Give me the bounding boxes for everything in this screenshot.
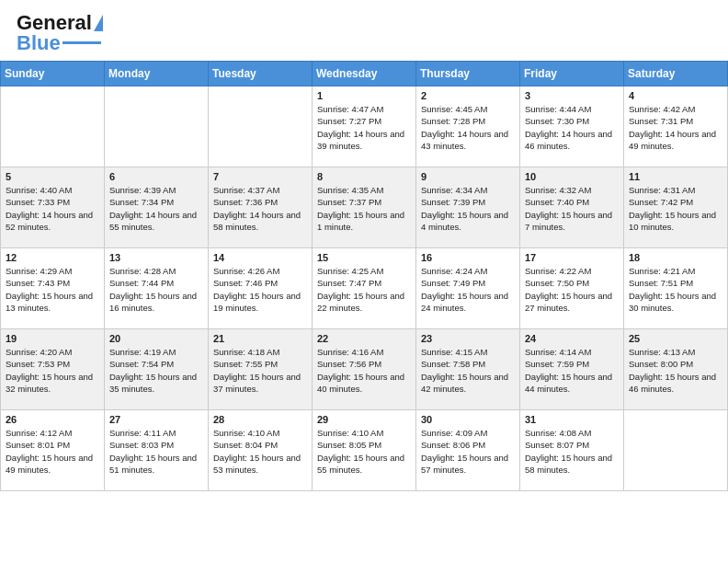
day-number: 6 [109,171,203,182]
calendar-cell: 6Sunrise: 4:39 AMSunset: 7:34 PMDaylight… [105,167,209,248]
calendar-cell: 20Sunrise: 4:19 AMSunset: 7:54 PMDayligh… [105,329,209,410]
calendar-cell: 16Sunrise: 4:24 AMSunset: 7:49 PMDayligh… [416,248,520,329]
day-info: Sunrise: 4:24 AMSunset: 7:49 PMDaylight:… [421,265,515,314]
calendar-week-row: 5Sunrise: 4:40 AMSunset: 7:33 PMDaylight… [1,167,728,248]
calendar-header-row: SundayMondayTuesdayWednesdayThursdayFrid… [1,62,728,86]
day-info: Sunrise: 4:10 AMSunset: 8:05 PMDaylight:… [317,427,411,476]
day-info: Sunrise: 4:40 AMSunset: 7:33 PMDaylight:… [6,184,99,233]
weekday-header: Wednesday [313,62,416,86]
calendar-cell: 17Sunrise: 4:22 AMSunset: 7:50 PMDayligh… [520,248,624,329]
day-info: Sunrise: 4:37 AMSunset: 7:36 PMDaylight:… [213,184,307,233]
day-number: 23 [421,333,515,344]
day-info: Sunrise: 4:45 AMSunset: 7:28 PMDaylight:… [421,103,515,152]
day-info: Sunrise: 4:08 AMSunset: 8:07 PMDaylight:… [525,427,619,476]
page-header: General Blue [0,0,728,61]
calendar-cell: 28Sunrise: 4:10 AMSunset: 8:04 PMDayligh… [209,410,313,491]
day-number: 26 [6,414,99,425]
day-info: Sunrise: 4:47 AMSunset: 7:27 PMDaylight:… [317,103,411,152]
day-info: Sunrise: 4:12 AMSunset: 8:01 PMDaylight:… [6,427,99,476]
day-number: 29 [317,414,411,425]
day-number: 7 [213,171,307,182]
day-number: 13 [109,252,203,263]
day-info: Sunrise: 4:09 AMSunset: 8:06 PMDaylight:… [421,427,515,476]
day-info: Sunrise: 4:29 AMSunset: 7:43 PMDaylight:… [6,265,99,314]
weekday-header: Friday [520,62,624,86]
day-number: 8 [317,171,411,182]
day-number: 20 [109,333,203,344]
calendar-cell: 21Sunrise: 4:18 AMSunset: 7:55 PMDayligh… [209,329,313,410]
day-number: 10 [525,171,619,182]
day-number: 22 [317,333,411,344]
calendar-cell: 27Sunrise: 4:11 AMSunset: 8:03 PMDayligh… [105,410,209,491]
day-number: 15 [317,252,411,263]
calendar-cell: 8Sunrise: 4:35 AMSunset: 7:37 PMDaylight… [313,167,416,248]
day-info: Sunrise: 4:32 AMSunset: 7:40 PMDaylight:… [525,184,619,233]
day-number: 18 [629,252,722,263]
logo-general: General [17,11,92,35]
calendar-week-row: 12Sunrise: 4:29 AMSunset: 7:43 PMDayligh… [1,248,728,329]
weekday-header: Saturday [624,62,728,86]
calendar-table: SundayMondayTuesdayWednesdayThursdayFrid… [0,61,728,491]
day-info: Sunrise: 4:28 AMSunset: 7:44 PMDaylight:… [109,265,203,314]
calendar-cell: 19Sunrise: 4:20 AMSunset: 7:53 PMDayligh… [1,329,105,410]
weekday-header: Tuesday [209,62,313,86]
day-number: 12 [6,252,99,263]
day-info: Sunrise: 4:14 AMSunset: 7:59 PMDaylight:… [525,346,619,395]
day-number: 28 [213,414,307,425]
calendar-cell [105,86,209,167]
calendar-cell: 9Sunrise: 4:34 AMSunset: 7:39 PMDaylight… [416,167,520,248]
day-info: Sunrise: 4:31 AMSunset: 7:42 PMDaylight:… [629,184,722,233]
day-info: Sunrise: 4:25 AMSunset: 7:47 PMDaylight:… [317,265,411,314]
weekday-header: Thursday [416,62,520,86]
day-info: Sunrise: 4:18 AMSunset: 7:55 PMDaylight:… [213,346,307,395]
day-number: 11 [629,171,722,182]
calendar-cell: 23Sunrise: 4:15 AMSunset: 7:58 PMDayligh… [416,329,520,410]
day-number: 2 [421,90,515,101]
calendar-week-row: 19Sunrise: 4:20 AMSunset: 7:53 PMDayligh… [1,329,728,410]
day-info: Sunrise: 4:11 AMSunset: 8:03 PMDaylight:… [109,427,203,476]
day-number: 3 [525,90,619,101]
day-number: 27 [109,414,203,425]
calendar-cell: 15Sunrise: 4:25 AMSunset: 7:47 PMDayligh… [313,248,416,329]
day-info: Sunrise: 4:15 AMSunset: 7:58 PMDaylight:… [421,346,515,395]
calendar-cell [624,410,728,491]
day-number: 21 [213,333,307,344]
day-info: Sunrise: 4:39 AMSunset: 7:34 PMDaylight:… [109,184,203,233]
calendar-cell: 22Sunrise: 4:16 AMSunset: 7:56 PMDayligh… [313,329,416,410]
day-number: 14 [213,252,307,263]
day-number: 1 [317,90,411,101]
weekday-header: Sunday [1,62,105,86]
day-info: Sunrise: 4:21 AMSunset: 7:51 PMDaylight:… [629,265,722,314]
day-number: 19 [6,333,99,344]
day-info: Sunrise: 4:16 AMSunset: 7:56 PMDaylight:… [317,346,411,395]
day-info: Sunrise: 4:35 AMSunset: 7:37 PMDaylight:… [317,184,411,233]
calendar-cell: 10Sunrise: 4:32 AMSunset: 7:40 PMDayligh… [520,167,624,248]
day-number: 31 [525,414,619,425]
day-info: Sunrise: 4:44 AMSunset: 7:30 PMDaylight:… [525,103,619,152]
calendar-cell: 12Sunrise: 4:29 AMSunset: 7:43 PMDayligh… [1,248,105,329]
calendar-cell: 11Sunrise: 4:31 AMSunset: 7:42 PMDayligh… [624,167,728,248]
calendar-cell: 24Sunrise: 4:14 AMSunset: 7:59 PMDayligh… [520,329,624,410]
calendar-cell: 2Sunrise: 4:45 AMSunset: 7:28 PMDaylight… [416,86,520,167]
calendar-cell: 3Sunrise: 4:44 AMSunset: 7:30 PMDaylight… [520,86,624,167]
day-number: 17 [525,252,619,263]
day-number: 24 [525,333,619,344]
day-number: 30 [421,414,515,425]
calendar-cell: 1Sunrise: 4:47 AMSunset: 7:27 PMDaylight… [313,86,416,167]
day-number: 9 [421,171,515,182]
calendar-cell: 31Sunrise: 4:08 AMSunset: 8:07 PMDayligh… [520,410,624,491]
day-info: Sunrise: 4:19 AMSunset: 7:54 PMDaylight:… [109,346,203,395]
calendar-cell [209,86,313,167]
calendar-cell: 5Sunrise: 4:40 AMSunset: 7:33 PMDaylight… [1,167,105,248]
day-info: Sunrise: 4:22 AMSunset: 7:50 PMDaylight:… [525,265,619,314]
calendar-cell: 7Sunrise: 4:37 AMSunset: 7:36 PMDaylight… [209,167,313,248]
calendar-cell: 30Sunrise: 4:09 AMSunset: 8:06 PMDayligh… [416,410,520,491]
day-number: 4 [629,90,722,101]
day-info: Sunrise: 4:42 AMSunset: 7:31 PMDaylight:… [629,103,722,152]
calendar-cell: 14Sunrise: 4:26 AMSunset: 7:46 PMDayligh… [209,248,313,329]
day-info: Sunrise: 4:20 AMSunset: 7:53 PMDaylight:… [6,346,99,395]
calendar-cell: 13Sunrise: 4:28 AMSunset: 7:44 PMDayligh… [105,248,209,329]
day-info: Sunrise: 4:13 AMSunset: 8:00 PMDaylight:… [629,346,722,395]
day-number: 16 [421,252,515,263]
day-number: 25 [629,333,722,344]
